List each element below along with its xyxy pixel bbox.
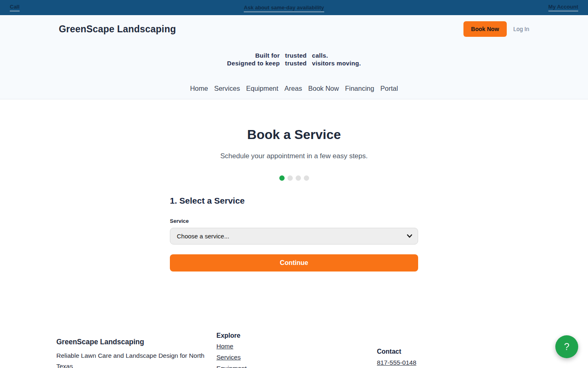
progress-dot-2 xyxy=(287,175,293,181)
step-select-service: 1. Select a Service Service Choose a ser… xyxy=(170,196,418,272)
tagline-text: Built for xyxy=(227,52,280,59)
tagline-text: Designed to keep xyxy=(227,60,280,67)
announcement-center: Ask about same-day availability xyxy=(20,4,548,11)
progress-steps xyxy=(0,175,588,181)
progress-dot-1-active xyxy=(279,175,285,181)
brand-logo[interactable]: GreenScape Landscaping xyxy=(59,24,176,35)
nav-item-equipment[interactable]: Equipment xyxy=(246,85,278,92)
tagline-text: visitors moving. xyxy=(312,60,361,67)
announcement-bar: Call Ask about same-day availability My … xyxy=(0,0,588,15)
page-title: Book a Service xyxy=(0,127,588,142)
availability-link[interactable]: Ask about same-day availability xyxy=(244,4,324,12)
step-title: 1. Select a Service xyxy=(170,196,418,206)
site-footer: GreenScape Landscaping Reliable Lawn Car… xyxy=(0,332,588,368)
progress-dot-3 xyxy=(296,175,301,181)
footer-explore-title: Explore xyxy=(216,332,377,339)
footer-link-home[interactable]: Home xyxy=(216,343,233,350)
continue-button[interactable]: Continue xyxy=(170,254,418,272)
footer-link-services[interactable]: Services xyxy=(216,354,241,361)
my-account-link[interactable]: My Account xyxy=(548,4,578,11)
site-header: GreenScape Landscaping Book Now Log In B… xyxy=(0,15,588,99)
nav-item-book-now[interactable]: Book Now xyxy=(308,85,339,92)
progress-dot-4 xyxy=(304,175,309,181)
log-in-link[interactable]: Log In xyxy=(513,26,529,32)
tagline-text: trusted xyxy=(285,60,307,67)
service-select[interactable]: Choose a service... xyxy=(170,228,418,245)
footer-phone-link[interactable]: 817-555-0148 xyxy=(377,359,416,366)
nav-item-home[interactable]: Home xyxy=(190,85,208,92)
header-tagline: Built for trusted calls. Designed to kee… xyxy=(227,52,361,67)
main-nav: Home Services Equipment Areas Book Now F… xyxy=(0,85,588,92)
help-button[interactable]: ? xyxy=(555,335,578,358)
header-actions: Book Now Log In xyxy=(463,21,529,37)
nav-item-portal[interactable]: Portal xyxy=(380,85,398,92)
tagline-text: calls. xyxy=(312,52,361,59)
footer-link-equipment[interactable]: Equipment xyxy=(216,365,247,368)
book-now-button[interactable]: Book Now xyxy=(463,21,507,37)
tagline-text: trusted xyxy=(285,52,307,59)
call-link[interactable]: Call xyxy=(10,4,20,11)
footer-brand-column: GreenScape Landscaping Reliable Lawn Car… xyxy=(56,338,212,368)
page-subtitle: Schedule your appointment in a few easy … xyxy=(0,152,588,160)
booking-page: Book a Service Schedule your appointment… xyxy=(0,127,588,272)
nav-item-services[interactable]: Services xyxy=(214,85,240,92)
service-field-label: Service xyxy=(170,218,418,224)
nav-item-financing[interactable]: Financing xyxy=(345,85,374,92)
nav-item-areas[interactable]: Areas xyxy=(285,85,302,92)
footer-explore-column: Explore Home Services Equipment xyxy=(216,332,377,368)
footer-tagline: Reliable Lawn Care and Landscape Design … xyxy=(56,350,212,368)
footer-brand: GreenScape Landscaping xyxy=(56,338,212,346)
